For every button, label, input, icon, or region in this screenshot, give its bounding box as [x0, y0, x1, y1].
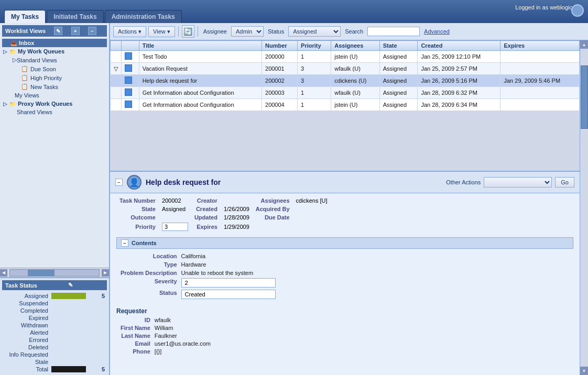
row-assignees: wfaulk (U) [331, 87, 379, 99]
task-status-row-label: Alerted [4, 329, 51, 336]
search-input[interactable] [367, 27, 420, 36]
sidebar-item-shared-views[interactable]: Shared Views [2, 108, 107, 116]
task-table: Title Number Priority Assignees State Cr… [110, 40, 580, 111]
tab-initiated-tasks[interactable]: Initiated Tasks [47, 10, 103, 23]
requester-title: Requester [116, 307, 573, 315]
add-tool-btn[interactable]: + [71, 27, 80, 35]
user-icon [571, 4, 584, 17]
task-status-edit-btn[interactable]: ✎ [68, 282, 73, 289]
severity-input[interactable] [181, 278, 276, 288]
vscroll-down-btn[interactable]: ▼ [580, 367, 589, 375]
worklist-views-header: Worklist Views ✎ + − [2, 25, 107, 37]
table-row[interactable]: Help desk request for 200002 3 cdickens … [111, 75, 580, 87]
table-row[interactable]: Test Todo 200000 1 jstein (U) Assigned J… [111, 51, 580, 63]
field-value-assignees: cdickens [U] [293, 196, 331, 205]
field-input-priority[interactable] [162, 223, 188, 231]
detail-collapse-btn[interactable]: − [115, 179, 123, 186]
go-button[interactable]: Go [555, 177, 574, 188]
expand-proxy-icon: ▷ [3, 101, 7, 107]
task-status-row: Total 5 [2, 366, 107, 373]
req-phone-value: [{}] [155, 348, 569, 355]
contents-collapse-btn[interactable]: − [121, 239, 128, 247]
sidebar-item-new-tasks[interactable]: 📋 New Tasks [2, 82, 107, 91]
detail-fields: Task Number 200002 Creator Assignees cdi… [110, 193, 580, 235]
sidebar-item-high-priority[interactable]: 📋 High Priority [2, 73, 107, 82]
task-status-bar-container [51, 366, 94, 372]
content-inner: Title Number Priority Assignees State Cr… [110, 40, 580, 375]
task-status-row: Info Requested [2, 351, 107, 358]
table-row[interactable]: Get Information about Configuration 2000… [111, 99, 580, 111]
row-assignees: cdickens (U) [331, 75, 379, 87]
detail-title-section: − 👤 Help desk request for [115, 175, 446, 190]
contents-header[interactable]: − Contents [116, 237, 573, 249]
sidebar-item-inbox[interactable]: 📥 Inbox [2, 39, 107, 47]
view-button[interactable]: View ▾ [148, 26, 175, 37]
th-expires[interactable]: Expires [500, 41, 580, 51]
other-actions-select[interactable] [484, 177, 552, 188]
sidebar-header-proxy-work-queues[interactable]: ▷ 📁 Proxy Work Queues [2, 100, 107, 108]
sidebar-scroll-thumb [28, 270, 55, 276]
assignee-select[interactable]: Admin [231, 26, 264, 37]
task-status-row-label: Errored [4, 337, 51, 343]
sidebar-item-due-soon[interactable]: 📋 Due Soon [2, 64, 107, 73]
th-assignees[interactable]: Assignees [331, 41, 379, 51]
remove-tool-btn[interactable]: − [88, 27, 96, 35]
tab-administration-tasks[interactable]: Administration Tasks [105, 10, 182, 23]
th-number[interactable]: Number [262, 41, 298, 51]
scroll-left-btn[interactable]: ◀ [0, 269, 7, 277]
row-state: Assigned [379, 99, 418, 111]
expand-cell[interactable] [111, 51, 122, 63]
field-value-task-number: 200002 [159, 196, 191, 205]
toolbar: Actions ▾ View ▾ 🔄 Assignee Admin Status… [110, 23, 588, 40]
req-id-value: wfaulk [155, 317, 569, 323]
high-priority-icon: 📋 [21, 74, 28, 81]
advanced-link[interactable]: Advanced [424, 28, 450, 35]
vscroll-up-btn[interactable]: ▲ [580, 40, 589, 49]
detail-header: − 👤 Help desk request for Other Actions … [110, 172, 580, 193]
detail-user-icon: 👤 [127, 175, 141, 190]
sidebar-item-my-views[interactable]: My Views [2, 91, 107, 100]
table-row[interactable]: Get Information about Configuration 2000… [111, 87, 580, 99]
right-scrollbar: ▲ ▼ [580, 40, 588, 375]
field-value-creator [221, 196, 253, 205]
status-select[interactable]: Assigned [288, 26, 341, 37]
row-icon-cell [122, 63, 139, 75]
task-status-row: Alerted [2, 329, 107, 336]
req-email-label: Email [121, 340, 150, 347]
table-scroll-area[interactable]: Title Number Priority Assignees State Cr… [110, 40, 580, 171]
tab-my-tasks[interactable]: My Tasks [4, 10, 46, 23]
refresh-button[interactable]: 🔄 [182, 25, 194, 38]
expand-cell[interactable] [111, 87, 122, 99]
row-title: Get Information about Configuration [139, 99, 262, 111]
field-label-due-date: Due Date [253, 213, 293, 222]
expand-cell[interactable]: ▽ [111, 63, 122, 75]
task-status-row: Completed [2, 307, 107, 314]
search-label: Search [343, 28, 365, 35]
task-status-row-label: Info Requested [4, 351, 51, 358]
expand-cell[interactable] [111, 75, 122, 87]
location-value: California [181, 253, 569, 259]
task-status-row-label: Stale [4, 359, 51, 365]
field-label-assignees: Assignees [253, 196, 293, 205]
contents-grid: Location California Type Hardware Proble… [116, 253, 573, 299]
scroll-right-btn[interactable]: ▶ [102, 269, 109, 277]
task-status-count: 5 [94, 293, 105, 299]
other-actions-label: Other Actions [446, 179, 481, 185]
edit-tool-btn[interactable]: ✎ [54, 27, 62, 35]
task-status-row: Expired [2, 314, 107, 322]
table-row[interactable]: ▽ Vacation Request 200001 3 wfaulk (U) A… [111, 63, 580, 75]
sidebar-header-my-work-queues[interactable]: ▷ 📁 My Work Queues [2, 47, 107, 56]
actions-button[interactable]: Actions ▾ [113, 26, 146, 37]
status-input[interactable] [181, 290, 276, 299]
expand-cell[interactable] [111, 99, 122, 111]
contents-section: − Contents Location California Type Hard… [110, 235, 580, 301]
th-state[interactable]: State [379, 41, 418, 51]
assignee-label: Assignee [201, 28, 229, 35]
sidebar-item-standard-views[interactable]: ▷ Standard Views [2, 56, 107, 64]
th-title[interactable]: Title [139, 41, 262, 51]
th-created[interactable]: Created [418, 41, 500, 51]
problem-desc-label: Problem Description [121, 270, 177, 276]
th-priority[interactable]: Priority [298, 41, 331, 51]
row-priority: 1 [298, 87, 331, 99]
shared-views-label: Shared Views [17, 109, 52, 115]
